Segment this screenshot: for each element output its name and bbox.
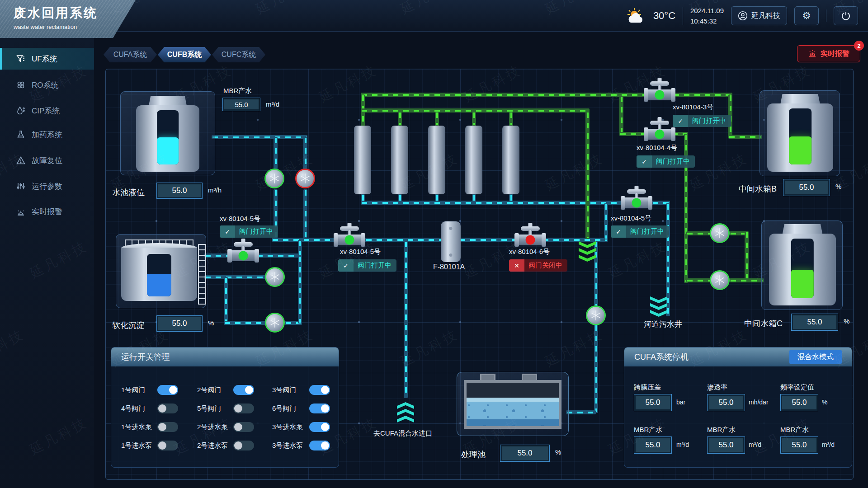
mix-water-mode-button[interactable]: 混合水模式: [789, 350, 842, 364]
tab-cufb[interactable]: CUFB系统: [158, 47, 211, 62]
sidebar-item-ro[interactable]: RO系统: [0, 74, 94, 96]
user-button[interactable]: 延凡科技: [731, 6, 787, 25]
sliders-icon: [16, 182, 25, 191]
date: 2024.11.09: [690, 7, 724, 14]
user-icon: [738, 11, 748, 21]
warning-icon: [16, 156, 25, 165]
field-value: 55.0: [707, 436, 745, 454]
field-value: 55.0: [707, 394, 745, 411]
switch-label: 3号阀门: [272, 386, 296, 394]
toggle-pump-6[interactable]: [309, 441, 330, 450]
valve-id: xv-80104-5号: [340, 248, 381, 256]
toggle-valve-4[interactable]: [157, 404, 178, 413]
pipe: [730, 278, 764, 282]
tab-cufa[interactable]: CUFA系统: [104, 47, 157, 62]
sidebar-item-uf[interactable]: UF系统: [0, 48, 94, 70]
pipe: [398, 112, 402, 126]
sidebar-item-realtime-alarm[interactable]: 实时报警: [0, 201, 94, 222]
sidebar-item-label: 加药系统: [32, 130, 62, 140]
valve-id: xv-80104-4号: [637, 144, 677, 152]
time: 10:45:32: [690, 17, 717, 25]
toggle-pump-1[interactable]: [157, 422, 178, 432]
pump: [710, 270, 730, 290]
tank-level: [147, 274, 171, 296]
valve-id: xv-80104-5号: [611, 214, 651, 223]
valve-status-tag: 阀门打开中: [611, 225, 669, 238]
check-icon: [673, 115, 688, 127]
pipe: [224, 321, 266, 325]
gauge-label: 中间水箱C: [744, 318, 783, 329]
sidebar-item-run-params[interactable]: 运行参数: [0, 175, 94, 197]
uf-membrane: [428, 126, 445, 194]
toggle-valve-1[interactable]: [157, 385, 178, 395]
realtime-alarm-button[interactable]: 实时报警 2: [797, 45, 860, 62]
pipe: [272, 238, 608, 242]
field-label: MBR产水: [707, 426, 736, 434]
river-well-label: 河道污水井: [644, 319, 682, 329]
tank-level: [791, 270, 814, 298]
clarifier-tank: [121, 238, 210, 305]
gauge-value: 55.0: [791, 314, 838, 331]
toggle-pump-2[interactable]: [233, 422, 254, 432]
toggle-pump-4[interactable]: [157, 441, 178, 450]
x-icon: [509, 259, 524, 272]
gauge-label: 处理池: [461, 449, 486, 460]
toggle-valve-3[interactable]: [309, 385, 330, 395]
weather-icon: [625, 7, 646, 24]
field-unit: bar: [676, 399, 685, 406]
sidebar-item-cip[interactable]: CIP系统: [0, 100, 94, 122]
toggle-pump-5[interactable]: [233, 441, 254, 450]
settings-button[interactable]: ⚙: [794, 6, 819, 25]
uf-membrane: [502, 126, 519, 194]
alarm-badge: 2: [854, 41, 864, 51]
valve-xv-80104-5-mid[interactable]: [335, 225, 364, 245]
power-button[interactable]: [834, 6, 858, 25]
valve-xv-80104-5-left[interactable]: [228, 240, 258, 261]
pipe: [619, 96, 623, 134]
temperature: 30°C: [653, 10, 675, 22]
field-label: 频率设定值: [780, 383, 814, 392]
gauge-value: 55.0: [500, 445, 550, 462]
field-unit: %: [822, 399, 827, 406]
valve-xv-80104-3[interactable]: [645, 80, 675, 100]
field-unit: mh/dar: [749, 399, 769, 406]
pipe: [274, 137, 278, 170]
switch-label: 3号进水泵: [272, 423, 303, 432]
valve-xv-80104-5-right[interactable]: [622, 188, 651, 208]
app-title: 废水回用系统: [14, 5, 136, 22]
sidebar-item-dosing[interactable]: 加药系统: [0, 124, 94, 145]
pipe: [303, 189, 307, 239]
field-label: 跨膜压差: [634, 383, 661, 392]
company-name: 延凡科技: [751, 11, 780, 21]
field-label: MBR产水: [634, 426, 662, 434]
pipe: [745, 231, 749, 281]
valve-xv-80104-4[interactable]: [645, 119, 675, 140]
tank-c: [769, 224, 836, 305]
tab-cufc[interactable]: CUFC系统: [212, 47, 265, 62]
valve-state-dot: [632, 198, 642, 208]
sidebar-item-label: UF系统: [32, 54, 57, 64]
pipe: [298, 256, 302, 324]
check-icon: [611, 225, 626, 238]
toggle-pump-3[interactable]: [309, 422, 330, 432]
valve-state-dot: [345, 235, 354, 245]
toggle-valve-6[interactable]: [309, 404, 330, 413]
sidebar-item-label: 故障复位: [32, 155, 62, 166]
toggle-valve-2[interactable]: [233, 385, 254, 395]
pipe: [686, 231, 711, 235]
toggle-valve-5[interactable]: [233, 404, 254, 413]
pipe: [509, 112, 513, 126]
gauge-unit: m³/h: [208, 186, 222, 194]
gauge-label: 软化沉淀: [112, 320, 145, 331]
uf-membrane: [391, 126, 408, 194]
valve-xv-80104-6[interactable]: [515, 225, 545, 245]
pump: [264, 169, 284, 188]
sidebar-item-fault-reset[interactable]: 故障复位: [0, 150, 94, 171]
tab-label: CUFB系统: [167, 50, 202, 60]
pump: [710, 223, 730, 243]
pipe: [204, 275, 266, 279]
valve-state-dot: [239, 251, 248, 261]
switch-label: 2号进水泵: [197, 441, 228, 450]
valve-status-tag: 阀门打开中: [637, 155, 695, 168]
droplet-icon: [16, 106, 25, 115]
